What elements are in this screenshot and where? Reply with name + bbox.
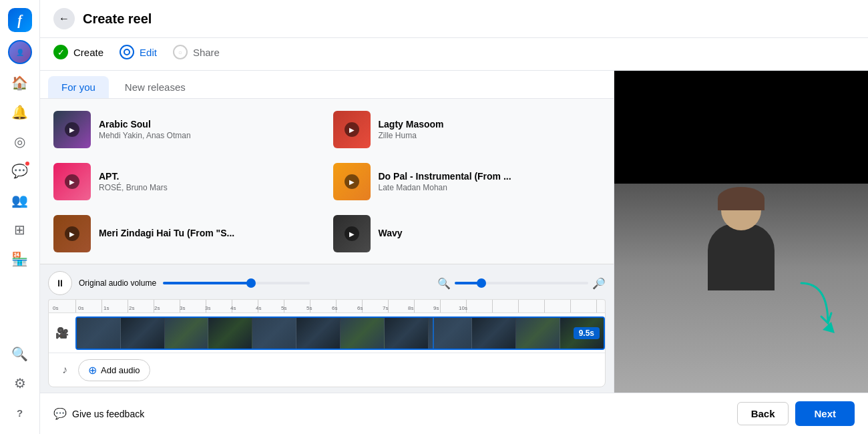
zoom-slider[interactable] [455, 282, 588, 284]
zoom-in-icon[interactable]: 🔎 [592, 277, 606, 290]
music-thumb-do-pal: ▶ [333, 163, 371, 200]
music-info-do-pal: Do Pal - Instrumental (From ... Late Mad… [379, 171, 601, 192]
music-thumb-wavy: ▶ [333, 215, 371, 252]
music-name-arabic-soul: Arabic Soul [99, 119, 321, 130]
duration-badge: 9.5s [574, 327, 600, 339]
film-frame-2 [121, 318, 165, 349]
sidebar-item-activity[interactable]: ◎ [7, 128, 33, 155]
sidebar-item-settings[interactable]: ⚙ [7, 370, 33, 397]
step-create: ✓ Create [53, 45, 103, 59]
timeline-tracks: 🎥 [48, 312, 606, 387]
page-title: Create reel [83, 11, 152, 27]
step-edit: Edit [120, 45, 157, 59]
music-artist-arabic-soul: Mehdi Yakin, Anas Otman [99, 131, 321, 140]
next-button[interactable]: Next [795, 401, 855, 426]
video-track-icon: 🎥 [49, 327, 75, 339]
film-frame-7 [341, 318, 385, 349]
back-button[interactable]: Back [737, 402, 789, 425]
music-panel: For you New releases ▶ Arabic Soul Mehdi… [40, 71, 614, 393]
video-preview [614, 71, 868, 393]
music-info-meri-zindagi: Meri Zindagi Hai Tu (From "S... [99, 228, 321, 240]
app-logo: f [8, 8, 32, 32]
music-thumb-lagty-masoom: ▶ [333, 111, 371, 148]
film-frame-5 [252, 318, 296, 349]
person-head [721, 190, 761, 230]
play-icon-do-pal: ▶ [345, 174, 359, 189]
sidebar-item-search[interactable]: 🔍 [7, 341, 33, 367]
music-item-wavy[interactable]: ▶ Wavy [328, 208, 606, 259]
music-item-arabic-soul[interactable]: ▶ Arabic Soul Mehdi Yakin, Anas Otman [48, 104, 327, 155]
music-thumb-arabic-soul: ▶ [53, 111, 91, 148]
video-track: 🎥 [49, 313, 605, 353]
timeline-section: ⏸ Original audio volume 🔍 🔎 [40, 264, 614, 393]
audio-track-icon: ♪ [51, 364, 78, 376]
feedback-label: Give us feedback [72, 409, 144, 419]
pause-button[interactable]: ⏸ [48, 271, 72, 295]
messages-badge [24, 160, 31, 167]
zoom-thumb[interactable] [477, 278, 486, 288]
footer: 💬 Give us feedback Back Next [40, 393, 868, 434]
ruler-0s: 0s [53, 305, 58, 311]
person-silhouette [694, 190, 788, 297]
sidebar-item-home[interactable]: 🏠 [7, 69, 33, 96]
sidebar-item-notifications[interactable]: 🔔 [7, 99, 33, 126]
film-frame-1 [77, 318, 121, 349]
play-icon-lagty-masoom: ▶ [345, 122, 359, 137]
music-artist-do-pal: Late Madan Mohan [379, 183, 601, 192]
sidebar-item-friends[interactable]: 👥 [7, 187, 33, 214]
music-item-meri-zindagi[interactable]: ▶ Meri Zindagi Hai Tu (From "S... [48, 208, 327, 259]
film-frame-8 [385, 318, 429, 349]
playhead [433, 318, 434, 349]
film-frame-6 [296, 318, 341, 349]
play-icon-wavy: ▶ [345, 226, 359, 241]
music-info-apt: APT. ROSÉ, Bruno Mars [99, 171, 321, 192]
sidebar: f 👤 🏠 🔔 ◎ 💬 👥 ⊞ 🏪 🔍 ⚙ ? [0, 0, 40, 434]
volume-slider[interactable] [163, 282, 310, 284]
add-audio-button[interactable]: ⊕ Add audio [78, 359, 150, 381]
volume-fill [163, 282, 251, 284]
audio-track: ♪ ⊕ Add audio [49, 353, 605, 387]
person-body [708, 224, 775, 290]
feedback-button[interactable]: 💬 Give us feedback [53, 407, 144, 420]
header: ← Create reel [40, 0, 868, 38]
music-item-lagty-masoom[interactable]: ▶ Lagty Masoom Zille Huma [328, 104, 606, 155]
play-icon-arabic-soul: ▶ [65, 122, 79, 137]
steps-bar: ✓ Create Edit ○ Share [40, 38, 868, 71]
music-item-apt[interactable]: ▶ APT. ROSÉ, Bruno Mars [48, 156, 327, 207]
music-name-wavy: Wavy [379, 228, 601, 238]
film-frame-10 [472, 318, 516, 349]
sidebar-item-help[interactable]: ? [7, 399, 33, 426]
main-content: ← Create reel ✓ Create Edit ○ Share For … [40, 0, 868, 434]
sidebar-item-marketplace[interactable]: 🏪 [7, 246, 33, 272]
content-area: For you New releases ▶ Arabic Soul Mehdi… [40, 71, 868, 393]
timeline-ruler: 0s 0s 1s 2s 2s 3s 3s 4s 4s 5s 5s 6s [48, 299, 606, 312]
play-icon-meri-zindagi: ▶ [65, 226, 79, 241]
music-item-do-pal[interactable]: ▶ Do Pal - Instrumental (From ... Late M… [328, 156, 606, 207]
film-frame-9 [429, 318, 473, 349]
back-nav-button[interactable]: ← [53, 8, 75, 29]
music-info-wavy: Wavy [379, 228, 601, 240]
sidebar-item-messages[interactable]: 💬 [7, 158, 33, 184]
step-create-circle: ✓ [53, 45, 68, 59]
tab-new-releases[interactable]: New releases [112, 76, 199, 98]
zoom-out-icon[interactable]: 🔍 [437, 277, 451, 290]
music-name-meri-zindagi: Meri Zindagi Hai Tu (From "S... [99, 228, 321, 238]
volume-label: Original audio volume [79, 278, 156, 288]
feedback-icon: 💬 [53, 407, 67, 420]
play-icon-apt: ▶ [65, 174, 79, 189]
step-create-label: Create [73, 47, 103, 58]
tab-for-you[interactable]: For you [48, 76, 109, 98]
step-share: ○ Share [173, 45, 220, 59]
footer-actions: Back Next [737, 401, 855, 426]
volume-thumb[interactable] [246, 278, 256, 288]
avatar[interactable]: 👤 [8, 40, 32, 64]
video-filmstrip: 9.5s [75, 316, 605, 350]
music-info-arabic-soul: Arabic Soul Mehdi Yakin, Anas Otman [99, 119, 321, 140]
music-thumb-meri-zindagi: ▶ [53, 215, 91, 252]
step-edit-circle [120, 45, 134, 59]
music-name-apt: APT. [99, 171, 321, 182]
music-artist-lagty-masoom: Zille Huma [379, 131, 601, 140]
music-artist-apt: ROSÉ, Bruno Mars [99, 183, 321, 192]
sidebar-item-pages[interactable]: ⊞ [7, 216, 33, 243]
add-audio-label: Add audio [101, 365, 140, 375]
